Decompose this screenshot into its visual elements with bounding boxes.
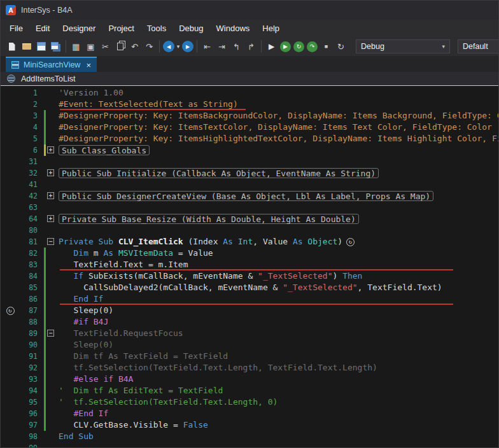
fold-collapse-icon[interactable]: − <box>47 238 54 245</box>
breakpoint-margin[interactable] <box>1 293 20 305</box>
breakpoint-margin[interactable] <box>1 248 20 259</box>
code-text[interactable] <box>57 225 498 236</box>
save-all-button[interactable] <box>48 39 63 53</box>
code-line[interactable]: 86 End If <box>1 293 498 305</box>
code-text[interactable]: Private Sub CLV_ItemClick (Index As Int,… <box>57 236 498 248</box>
code-text[interactable]: End If <box>57 293 498 305</box>
code-line[interactable]: 3#DesignerProperty: Key: ItemsBackground… <box>1 110 498 122</box>
code-line[interactable]: 80 <box>1 225 498 236</box>
fold-collapse-icon[interactable]: − <box>47 330 54 337</box>
menu-designer[interactable]: Designer <box>56 22 102 35</box>
breakpoint-margin[interactable] <box>1 144 20 156</box>
code-text[interactable]: #else if B4A <box>57 374 498 385</box>
code-text[interactable]: #DesignerProperty: Key: ItemsTextColor, … <box>57 122 498 133</box>
code-text[interactable]: Private Sub Base_Resize (Width As Double… <box>57 213 498 225</box>
breakpoint-margin[interactable] <box>1 202 20 213</box>
code-text[interactable]: ' Dim tf As EditText = TextField <box>57 385 498 396</box>
code-line[interactable]: 94' Dim tf As EditText = TextField <box>1 385 498 396</box>
code-line[interactable]: 90 Sleep(0) <box>1 339 498 351</box>
breakpoint-margin[interactable] <box>1 351 20 362</box>
close-tab-button[interactable]: × <box>86 60 91 70</box>
code-text[interactable]: #DesignerProperty: Key: ItemsBackgroundC… <box>57 110 498 122</box>
code-line[interactable]: 6+Sub Class_Globals <box>1 144 498 156</box>
code-line[interactable]: 41 <box>1 179 498 190</box>
code-text[interactable]: ' tf.SetSelection(TextField.Text.Length,… <box>57 396 498 408</box>
breakpoint-margin[interactable]: ↻ <box>1 305 20 316</box>
code-text[interactable] <box>57 156 498 167</box>
menu-windows[interactable]: Windows <box>210 22 257 35</box>
code-line[interactable]: 32+Public Sub Initialize (Callback As Ob… <box>1 167 498 179</box>
breakpoint-margin[interactable] <box>1 190 20 202</box>
code-line[interactable]: 96 #End If <box>1 408 498 419</box>
code-text[interactable]: CallSubDelayed2(mCallBack, mEventName & … <box>57 282 498 293</box>
restart-button[interactable]: ↻ <box>334 39 348 53</box>
menu-debug[interactable]: Debug <box>172 22 209 35</box>
breakpoint-margin[interactable] <box>1 339 20 351</box>
comment-button[interactable]: ↰ <box>229 39 244 53</box>
code-line[interactable]: 83 TextField.Text = m.Item <box>1 259 498 270</box>
breakpoint-margin[interactable] <box>1 328 20 339</box>
code-line[interactable]: ↻87 Sleep(0) <box>1 305 498 316</box>
step-over-button[interactable]: ↷ <box>307 41 318 52</box>
redo-button[interactable]: ↷ <box>142 39 157 53</box>
indent-button[interactable]: ⇥ <box>214 39 229 53</box>
code-line[interactable]: 63 <box>1 202 498 213</box>
fold-expand-icon[interactable]: + <box>47 192 54 199</box>
breakpoint-margin[interactable] <box>1 167 20 179</box>
code-text[interactable]: CLV.GetBase.Visible = False <box>57 419 498 431</box>
breakpoint-margin[interactable] <box>1 362 20 374</box>
code-text[interactable]: End Sub <box>57 431 498 442</box>
code-text[interactable] <box>57 202 498 213</box>
open-file-button[interactable] <box>19 39 34 53</box>
code-line[interactable]: 82 Dim m As MSVItemData = Value <box>1 248 498 259</box>
code-text[interactable]: #if B4J <box>57 316 498 328</box>
breakpoint-margin[interactable] <box>1 316 20 328</box>
show-designer-button[interactable]: ▦ <box>69 39 83 53</box>
code-text[interactable]: TextField.RequestFocus <box>57 328 498 339</box>
breakpoint-margin[interactable] <box>1 99 20 110</box>
code-text[interactable]: Dim tf As TextField = TextField <box>57 351 498 362</box>
navigate-back-button[interactable]: ◀ <box>163 41 174 52</box>
breakpoint-margin[interactable] <box>1 419 20 431</box>
stop-button[interactable]: ■ <box>319 39 334 53</box>
run-button[interactable]: ▶ <box>264 39 279 53</box>
menu-edit[interactable]: Edit <box>29 22 56 35</box>
code-line[interactable]: 64+Private Sub Base_Resize (Width As Dou… <box>1 213 498 225</box>
code-text[interactable]: tf.SetSelection(TextField.Text.Length, T… <box>57 362 498 374</box>
tab-minisearchview[interactable]: MiniSearchView × <box>6 57 97 72</box>
breakpoint-margin[interactable] <box>1 374 20 385</box>
breakpoint-margin[interactable] <box>1 122 20 133</box>
code-line[interactable]: 1'Version 1.00 <box>1 87 498 99</box>
code-line[interactable]: 81−Private Sub CLV_ItemClick (Index As I… <box>1 236 498 248</box>
breakpoint-margin[interactable] <box>1 282 20 293</box>
fold-expand-icon[interactable]: + <box>47 146 54 153</box>
breakpoint-margin[interactable] <box>1 225 20 236</box>
code-text[interactable]: #End If <box>57 408 498 419</box>
code-text[interactable]: #Event: TextSelected(Text as String) <box>57 99 498 110</box>
resume-button[interactable]: ↻ <box>293 41 304 52</box>
code-line[interactable]: 97 CLV.GetBase.Visible = False <box>1 419 498 431</box>
code-line[interactable]: 5#DesignerProperty: Key: ItemsHighlighte… <box>1 133 498 144</box>
outdent-button[interactable]: ⇤ <box>200 39 214 53</box>
menu-project[interactable]: Project <box>102 22 140 35</box>
copy-button[interactable] <box>113 39 127 53</box>
code-line[interactable]: 95' tf.SetSelection(TextField.Text.Lengt… <box>1 396 498 408</box>
code-line[interactable]: 2#Event: TextSelected(Text as String) <box>1 99 498 110</box>
code-line[interactable]: 4#DesignerProperty: Key: ItemsTextColor,… <box>1 122 498 133</box>
cut-button[interactable]: ✂ <box>98 39 113 53</box>
back-history-button[interactable]: ▾ <box>175 39 181 53</box>
code-line[interactable]: 85 CallSubDelayed2(mCallBack, mEventName… <box>1 282 498 293</box>
breakpoint-margin[interactable] <box>1 87 20 99</box>
modules-button[interactable]: ▣ <box>83 39 98 53</box>
code-text[interactable]: Public Sub DesignerCreateView (Base As O… <box>57 190 498 202</box>
code-text[interactable]: #DesignerProperty: Key: ItemsHighlighted… <box>57 133 498 144</box>
code-line[interactable]: 31 <box>1 156 498 167</box>
code-line[interactable]: 84 If SubExists(mCallBack, mEventName & … <box>1 270 498 282</box>
uncomment-button[interactable]: ↱ <box>244 39 258 53</box>
code-text[interactable]: TextField.Text = m.Item <box>57 259 498 270</box>
undo-button[interactable]: ↶ <box>127 39 142 53</box>
debug-button[interactable]: ▶ <box>280 41 291 52</box>
breakpoint-margin[interactable] <box>1 133 20 144</box>
breakpoint-margin[interactable] <box>1 396 20 408</box>
code-line[interactable]: 89− TextField.RequestFocus <box>1 328 498 339</box>
